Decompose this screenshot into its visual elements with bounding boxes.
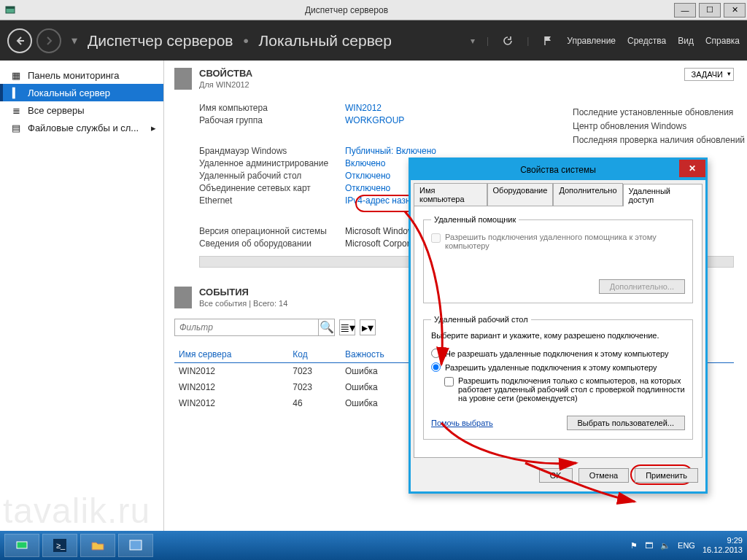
events-col-header[interactable]: Имя сервера <box>174 346 288 363</box>
taskbar-app[interactable] <box>118 534 153 557</box>
breadcrumb-root[interactable]: Диспетчер серверов <box>88 32 233 49</box>
sidebar-item-label: Локальный сервер <box>28 88 110 98</box>
notifications-separator: | <box>527 36 529 46</box>
filter-tag-icon[interactable]: ▸▾ <box>360 319 376 335</box>
allow-remote-assistant-label: Разрешить подключения удаленного помощни… <box>445 233 685 250</box>
property-label: Рабочая группа <box>199 115 345 125</box>
property-label: Сведения об оборудовании <box>199 238 345 249</box>
table-cell: WIN2012 <box>174 395 288 411</box>
property-right-label: Последняя проверка наличия обновлений <box>573 133 745 147</box>
dialog-tab-2[interactable]: Дополнительно <box>553 183 622 206</box>
events-subheading: Все события | Всего: 14 <box>199 299 287 308</box>
menu-tools[interactable]: Средства <box>627 36 666 46</box>
allow-remote-assistant-checkbox[interactable] <box>431 233 441 243</box>
sidebar-item-2[interactable]: ≣Все серверы <box>0 101 163 119</box>
close-button[interactable]: ✕ <box>724 3 746 18</box>
remote-desktop-group: Удаленный рабочий стол Выберите вариант … <box>423 315 693 440</box>
help-choose-link[interactable]: Помочь выбрать <box>431 419 493 427</box>
filter-input[interactable] <box>175 322 318 332</box>
svg-rect-2 <box>17 542 27 548</box>
property-label: Объединение сетевых карт <box>199 183 345 193</box>
dialog-tab-0[interactable]: Имя компьютера <box>414 183 487 206</box>
nla-label: Разрешить подключения только с компьютер… <box>458 376 685 402</box>
tray-time: 9:29 <box>703 536 743 545</box>
tray-flag-icon[interactable]: ⚑ <box>630 541 638 551</box>
ok-button[interactable]: OK <box>539 468 573 483</box>
table-cell: WIN2012 <box>174 379 288 395</box>
events-col-header[interactable]: Код <box>288 346 341 363</box>
table-cell: WIN2012 <box>174 363 288 380</box>
properties-header: СВОЙСТВА Для WIN2012 ЗАДАЧИ <box>174 68 734 90</box>
chevron-right-icon: ▸ <box>151 122 156 133</box>
sidebar-item-1[interactable]: ▍Локальный сервер <box>0 84 163 101</box>
app-icon <box>0 0 20 20</box>
tray-sound-icon[interactable]: 🔈 <box>660 541 670 551</box>
remote-desktop-instructions: Выберите вариант и укажите, кому разреше… <box>431 331 685 340</box>
breadcrumb-current: Локальный сервер <box>259 32 392 49</box>
tasks-button[interactable]: ЗАДАЧИ <box>684 68 734 81</box>
apply-button[interactable]: Применить <box>635 468 698 483</box>
taskbar: ≥_ ⚑ 🗔 🔈 ENG 9:29 16.12.2013 <box>0 531 747 560</box>
tray-language[interactable]: ENG <box>678 541 695 550</box>
server-icon: ▍ <box>10 87 22 98</box>
property-value[interactable]: Отключено <box>345 171 390 181</box>
back-button[interactable] <box>7 28 32 53</box>
property-value[interactable]: WIN2012 <box>345 103 382 113</box>
deny-remote-radio[interactable] <box>431 349 441 358</box>
taskbar-server-manager[interactable] <box>4 534 39 557</box>
tray-clock[interactable]: 9:29 16.12.2013 <box>703 536 743 555</box>
refresh-icon[interactable] <box>500 34 515 48</box>
window-title: Диспетчер серверов <box>20 5 673 15</box>
property-label: Версия операционной системы <box>199 226 345 236</box>
sidebar: ▦Панель мониторинга▍Локальный сервер≣Все… <box>0 61 164 531</box>
sidebar-item-3[interactable]: ▤Файловые службы и сл...▸ <box>0 119 163 136</box>
property-value[interactable]: Отключено <box>345 183 390 193</box>
allow-remote-radio[interactable] <box>431 362 441 372</box>
taskbar-explorer[interactable] <box>80 534 115 557</box>
property-value[interactable]: Включено <box>345 158 385 168</box>
sidebar-item-label: Панель мониторинга <box>28 70 120 81</box>
advanced-button[interactable]: Дополнительно... <box>599 279 685 294</box>
remote-assistant-legend: Удаленный помощник <box>431 215 519 224</box>
cancel-button[interactable]: Отмена <box>578 468 629 483</box>
svg-text:≥_: ≥_ <box>56 541 66 550</box>
table-cell: 7023 <box>288 363 341 380</box>
system-properties-dialog: Свойства системы ✕ Имя компьютераОборудо… <box>409 158 708 494</box>
dialog-title-bar[interactable]: Свойства системы ✕ <box>411 160 705 180</box>
filter-list-icon[interactable]: ≣▾ <box>339 319 355 335</box>
menu-help[interactable]: Справка <box>705 36 740 46</box>
deny-remote-label: Не разрешать удаленные подключения к это… <box>445 349 669 358</box>
svg-rect-1 <box>6 7 15 9</box>
dialog-tab-3[interactable]: Удаленный доступ <box>623 184 703 206</box>
breadcrumb-dropdown-icon[interactable]: ▾ <box>67 34 82 48</box>
dialog-tabs: Имя компьютераОборудованиеДополнительноУ… <box>411 180 705 206</box>
window-title-bar: Диспетчер серверов — ☐ ✕ <box>0 0 747 20</box>
menu-manage[interactable]: Управление <box>567 36 616 46</box>
accent-block <box>174 287 192 308</box>
property-value[interactable]: WORKGROUP <box>345 115 404 125</box>
maximize-button[interactable]: ☐ <box>699 3 721 18</box>
search-icon[interactable]: 🔍 <box>318 319 334 335</box>
property-label: Имя компьютера <box>199 103 345 113</box>
breadcrumb-separator: • <box>243 32 248 49</box>
property-right-label: Последние установленные обновления <box>573 106 745 120</box>
forward-button[interactable] <box>36 28 61 53</box>
property-value[interactable]: Публичный: Включено <box>345 146 436 156</box>
property-right-label: Центр обновления Windows <box>573 120 745 133</box>
dialog-close-button[interactable]: ✕ <box>679 160 705 177</box>
flag-icon[interactable] <box>541 34 555 48</box>
property-label: Удаленный рабочий стол <box>199 171 345 181</box>
taskbar-powershell[interactable]: ≥_ <box>42 534 77 557</box>
dialog-tab-1[interactable]: Оборудование <box>487 183 554 206</box>
minimize-button[interactable]: — <box>674 3 696 18</box>
tray-network-icon[interactable]: 🗔 <box>645 541 653 550</box>
menu-view[interactable]: Вид <box>678 36 694 46</box>
property-row: Брандмауэр WindowsПубличный: Включено <box>199 146 734 156</box>
sidebar-item-0[interactable]: ▦Панель мониторинга <box>0 66 163 84</box>
property-label: Удаленное администрирование <box>199 158 345 168</box>
breadcrumb: Диспетчер серверов • Локальный сервер <box>88 32 471 50</box>
breadcrumb-expand-icon[interactable]: ▾ <box>471 36 475 46</box>
nla-checkbox[interactable] <box>444 377 454 386</box>
properties-subheading: Для WIN2012 <box>199 80 252 89</box>
select-users-button[interactable]: Выбрать пользователей... <box>567 416 686 430</box>
